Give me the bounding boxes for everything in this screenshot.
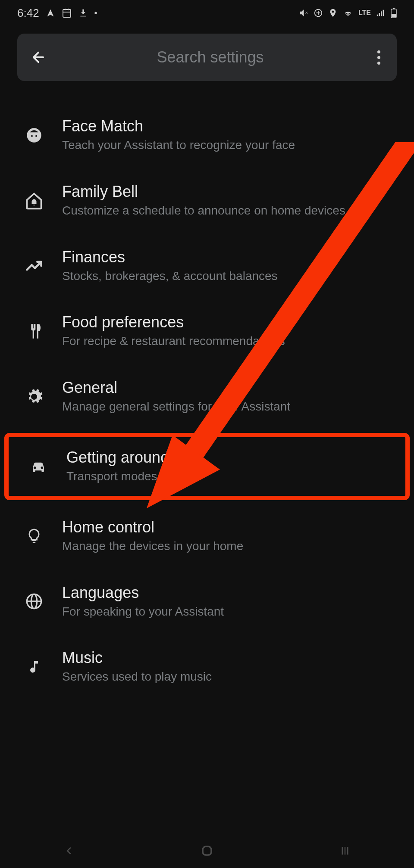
svg-point-10 xyxy=(35,135,37,137)
item-subtitle: Stocks, brokerages, & account balances xyxy=(62,268,397,284)
svg-rect-17 xyxy=(203,846,211,855)
search-header xyxy=(17,34,397,81)
item-title: Music xyxy=(62,649,397,667)
item-subtitle: Services used to play music xyxy=(62,669,397,685)
svg-rect-7 xyxy=(393,8,395,9)
item-title: Family Bell xyxy=(62,183,397,201)
status-left: 6:42 • xyxy=(17,6,97,20)
settings-item-getting-around[interactable]: Getting around Transport modes xyxy=(4,433,410,500)
settings-item-general[interactable]: General Manage general settings for your… xyxy=(0,364,414,429)
bulb-icon xyxy=(23,526,45,547)
item-title: General xyxy=(62,379,397,397)
calendar-icon xyxy=(62,8,72,18)
battery-icon xyxy=(391,8,397,18)
face-icon xyxy=(23,124,45,146)
settings-item-languages[interactable]: Languages For speaking to your Assistant xyxy=(0,569,414,635)
nav-arrow-icon xyxy=(46,9,55,17)
restaurant-icon xyxy=(23,320,45,342)
status-bar: 6:42 • LTE xyxy=(0,0,414,26)
svg-rect-0 xyxy=(63,9,71,17)
item-title: Face Match xyxy=(62,117,397,135)
data-saver-icon xyxy=(314,8,323,18)
item-title: Finances xyxy=(62,248,397,266)
nav-back-button[interactable] xyxy=(56,842,82,859)
mute-icon xyxy=(299,8,308,18)
more-menu-button[interactable] xyxy=(374,47,384,68)
wifi-icon xyxy=(343,8,353,18)
settings-item-finances[interactable]: Finances Stocks, brokerages, & account b… xyxy=(0,233,414,299)
svg-point-9 xyxy=(31,135,33,137)
dot-icon: • xyxy=(94,8,97,18)
item-title: Food preferences xyxy=(62,313,397,331)
nav-recents-button[interactable] xyxy=(332,842,358,859)
search-input[interactable] xyxy=(60,48,361,66)
music-note-icon xyxy=(23,656,45,678)
nav-home-button[interactable] xyxy=(194,842,220,859)
navigation-bar xyxy=(0,834,414,868)
settings-item-home-control[interactable]: Home control Manage the devices in your … xyxy=(0,504,414,569)
item-subtitle: Manage general settings for your Assista… xyxy=(62,398,397,415)
item-subtitle: Teach your Assistant to recognize your f… xyxy=(62,137,397,153)
signal-icon xyxy=(376,8,386,18)
settings-item-food[interactable]: Food preferences For recipe & restaurant… xyxy=(0,299,414,364)
status-time: 6:42 xyxy=(17,6,39,20)
home-bell-icon xyxy=(23,190,45,212)
item-subtitle: Customize a schedule to announce on home… xyxy=(62,202,397,219)
status-right: LTE xyxy=(299,8,397,18)
lte-indicator: LTE xyxy=(358,9,371,17)
download-icon xyxy=(79,9,88,17)
item-subtitle: Manage the devices in your home xyxy=(62,538,397,554)
settings-item-music[interactable]: Music Services used to play music xyxy=(0,634,414,700)
item-subtitle: For recipe & restaurant recommendations xyxy=(62,333,397,349)
car-icon xyxy=(28,456,49,477)
gear-icon xyxy=(23,386,45,408)
item-title: Home control xyxy=(62,518,397,536)
settings-list: Face Match Teach your Assistant to recog… xyxy=(0,103,414,700)
item-title: Languages xyxy=(62,584,397,602)
item-title: Getting around xyxy=(66,448,392,467)
location-icon xyxy=(328,8,338,18)
globe-icon xyxy=(23,591,45,612)
back-button[interactable] xyxy=(30,49,47,65)
svg-rect-6 xyxy=(392,14,396,17)
item-subtitle: For speaking to your Assistant xyxy=(62,604,397,620)
item-subtitle: Transport modes xyxy=(66,468,392,485)
settings-item-family-bell[interactable]: Family Bell Customize a schedule to anno… xyxy=(0,168,414,233)
trending-icon xyxy=(23,255,45,277)
settings-item-face-match[interactable]: Face Match Teach your Assistant to recog… xyxy=(0,103,414,168)
